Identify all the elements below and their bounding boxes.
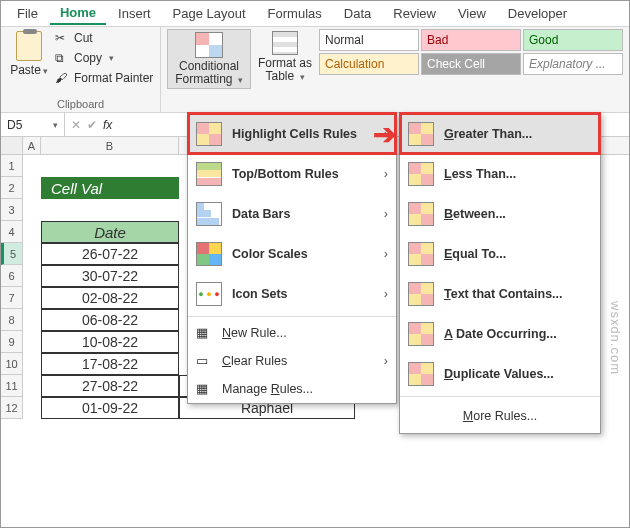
copy-button[interactable]: ⧉Copy ▾ (55, 51, 153, 65)
tab-data[interactable]: Data (334, 3, 381, 24)
watermark: wsxdn.com (608, 301, 623, 375)
arrow-icon: ➔ (373, 118, 396, 151)
menu-duplicate-values[interactable]: Duplicate Values... (400, 354, 600, 394)
tab-page-layout[interactable]: Page Layout (163, 3, 256, 24)
conditional-formatting-button[interactable]: Conditional Formatting ▾ (167, 29, 251, 89)
highlight-cells-icon (196, 122, 222, 146)
style-bad[interactable]: Bad (421, 29, 521, 51)
cell-date[interactable]: 27-08-22 (41, 375, 179, 397)
copy-icon: ⧉ (55, 51, 69, 65)
conditional-formatting-icon (195, 32, 223, 58)
menu-greater-than[interactable]: Greater Than... (400, 114, 600, 154)
cell-date[interactable]: 17-08-22 (41, 353, 179, 375)
format-painter-button[interactable]: 🖌Format Painter (55, 71, 153, 85)
row-head[interactable]: 9 (1, 331, 23, 353)
row-head[interactable]: 6 (1, 265, 23, 287)
sheet-title: Cell Val (41, 177, 179, 199)
duplicate-icon (408, 362, 434, 386)
table-icon (272, 31, 298, 55)
name-box[interactable]: D5▾ (1, 113, 65, 136)
group-label-clipboard: Clipboard (7, 96, 154, 112)
style-check-cell[interactable]: Check Cell (421, 53, 521, 75)
ribbon: Paste▾ ✂Cut ⧉Copy ▾ 🖌Format Painter Clip… (1, 27, 629, 113)
row-head[interactable]: 1 (1, 155, 23, 177)
row-head[interactable]: 11 (1, 375, 23, 397)
row-head[interactable]: 4 (1, 221, 23, 243)
menu-data-bars[interactable]: Data Bars › (188, 194, 396, 234)
tab-review[interactable]: Review (383, 3, 446, 24)
table-header-date: Date (41, 221, 179, 243)
menu-color-scales[interactable]: Color Scales › (188, 234, 396, 274)
cell-date[interactable]: 10-08-22 (41, 331, 179, 353)
menu-new-rule[interactable]: ▦ New Rule... (188, 319, 396, 347)
menu-more-rules[interactable]: More Rules... (400, 399, 600, 433)
text-contains-icon (408, 282, 434, 306)
row-head[interactable]: 7 (1, 287, 23, 309)
row-head[interactable]: 3 (1, 199, 23, 221)
cell-date[interactable]: 02-08-22 (41, 287, 179, 309)
top-bottom-icon (196, 162, 222, 186)
menu-text-contains[interactable]: Text that Contains... (400, 274, 600, 314)
data-bars-icon (196, 202, 222, 226)
cut-button[interactable]: ✂Cut (55, 31, 153, 45)
select-all[interactable] (1, 137, 23, 154)
row-head[interactable]: 5 (1, 243, 23, 265)
cell-date[interactable]: 26-07-22 (41, 243, 179, 265)
cell-date[interactable]: 30-07-22 (41, 265, 179, 287)
style-normal[interactable]: Normal (319, 29, 419, 51)
tab-file[interactable]: File (7, 3, 48, 24)
menu-icon-sets[interactable]: ●●● Icon Sets › (188, 274, 396, 314)
highlight-cells-submenu: Greater Than... Less Than... Between... … (399, 113, 601, 434)
col-A[interactable]: A (23, 137, 41, 154)
menu-clear-rules[interactable]: ▭ Clear Rules › (188, 347, 396, 375)
style-calculation[interactable]: Calculation (319, 53, 419, 75)
between-icon (408, 202, 434, 226)
tab-insert[interactable]: Insert (108, 3, 161, 24)
row-head[interactable]: 10 (1, 353, 23, 375)
scissors-icon: ✂ (55, 31, 69, 45)
menu-manage-rules[interactable]: ▦ Manage Rules... (188, 375, 396, 403)
menu-date-occurring[interactable]: A Date Occurring... (400, 314, 600, 354)
menu-equal-to[interactable]: Equal To... (400, 234, 600, 274)
paste-icon (16, 31, 42, 61)
style-good[interactable]: Good (523, 29, 623, 51)
equal-to-icon (408, 242, 434, 266)
tab-formulas[interactable]: Formulas (258, 3, 332, 24)
brush-icon: 🖌 (55, 71, 69, 85)
format-as-table-button[interactable]: Format as Table ▾ (255, 29, 315, 85)
tab-home[interactable]: Home (50, 2, 106, 25)
icon-sets-icon: ●●● (196, 282, 222, 306)
cell-date[interactable]: 06-08-22 (41, 309, 179, 331)
conditional-formatting-menu: Highlight Cells Rules › Top/Bottom Rules… (187, 113, 397, 404)
chevron-down-icon: ▾ (43, 66, 48, 76)
tab-view[interactable]: View (448, 3, 496, 24)
paste-button[interactable]: Paste▾ (7, 29, 51, 79)
menu-highlight-cells-rules[interactable]: Highlight Cells Rules › (188, 114, 396, 154)
style-explanatory[interactable]: Explanatory ... (523, 53, 623, 75)
col-B[interactable]: B (41, 137, 179, 154)
less-than-icon (408, 162, 434, 186)
row-head[interactable]: 2 (1, 177, 23, 199)
menu-less-than[interactable]: Less Than... (400, 154, 600, 194)
date-icon (408, 322, 434, 346)
tab-developer[interactable]: Developer (498, 3, 577, 24)
menu-top-bottom-rules[interactable]: Top/Bottom Rules › (188, 154, 396, 194)
ribbon-tabs: File Home Insert Page Layout Formulas Da… (1, 1, 629, 27)
color-scales-icon (196, 242, 222, 266)
fx-icon[interactable]: fx (103, 118, 112, 132)
row-head[interactable]: 12 (1, 397, 23, 419)
cell-date[interactable]: 01-09-22 (41, 397, 179, 419)
row-head[interactable]: 8 (1, 309, 23, 331)
chevron-down-icon: ▾ (53, 120, 58, 130)
greater-than-icon (408, 122, 434, 146)
cell-styles-gallery[interactable]: Normal Bad Good Calculation Check Cell E… (319, 29, 623, 75)
menu-between[interactable]: Between... (400, 194, 600, 234)
